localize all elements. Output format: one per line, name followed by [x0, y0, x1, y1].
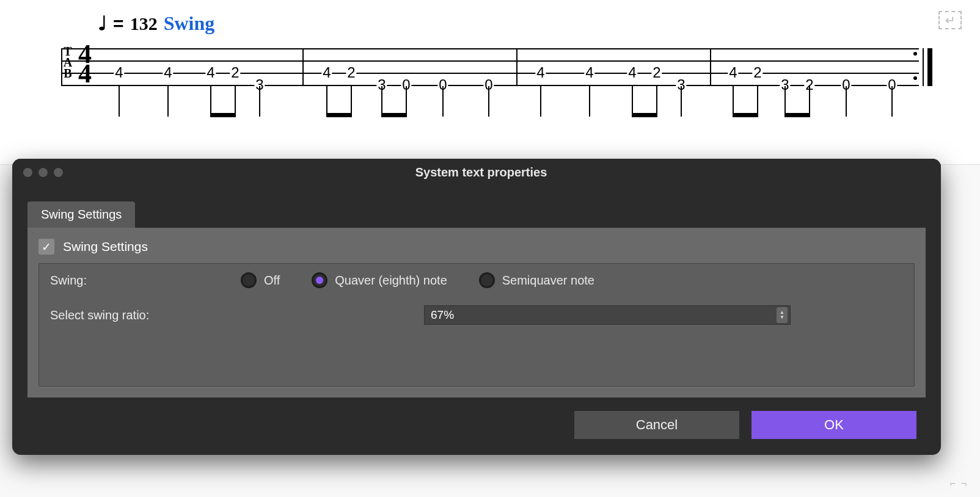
- radio-semiquaver[interactable]: [479, 272, 495, 288]
- tempo-equals: =: [113, 13, 124, 34]
- barline: [710, 48, 711, 86]
- swing-ratio-value: 67%: [431, 308, 454, 322]
- fret-number[interactable]: 4: [163, 64, 173, 81]
- fret-number[interactable]: 4: [728, 64, 738, 81]
- note-stem: [809, 86, 810, 117]
- barline: [302, 48, 304, 86]
- note-stem: [406, 86, 407, 117]
- time-signature: 4 4: [78, 44, 92, 83]
- minimize-icon[interactable]: [38, 168, 48, 177]
- fret-number[interactable]: 4: [535, 64, 546, 81]
- beam: [326, 113, 352, 117]
- note-stem: [733, 86, 734, 117]
- note-stem: [681, 86, 682, 117]
- tempo-marking: ♩ = 132 Swing: [98, 12, 919, 35]
- swing-ratio-label: Select swing ratio:: [50, 308, 417, 322]
- swing-label: Swing:: [50, 274, 233, 288]
- beam: [381, 113, 407, 117]
- fret-number[interactable]: 4: [205, 64, 216, 81]
- radio-off-label: Off: [264, 274, 280, 288]
- note-stem: [488, 86, 489, 117]
- radio-quaver[interactable]: [312, 272, 327, 288]
- swing-settings-group: Swing: Off Quaver (eighth) note Semiquav…: [38, 263, 915, 386]
- barline: [61, 48, 62, 86]
- note-stem: [757, 86, 758, 117]
- note-stem: [891, 86, 893, 117]
- tab-swing-settings[interactable]: Swing Settings: [27, 201, 135, 228]
- note-stem: [632, 86, 633, 117]
- dialog-titlebar[interactable]: System text properties: [12, 159, 941, 186]
- note-stem: [846, 86, 847, 117]
- tempo-style[interactable]: Swing: [164, 12, 215, 35]
- ok-button[interactable]: OK: [751, 411, 916, 439]
- end-barline-thick: [927, 48, 932, 86]
- beam: [784, 113, 810, 117]
- zoom-icon[interactable]: [54, 168, 63, 177]
- note-stem: [784, 86, 786, 117]
- cancel-button[interactable]: Cancel: [574, 411, 739, 439]
- swing-ratio-combo[interactable]: 67% ▲▼: [424, 305, 791, 325]
- note-stem: [259, 86, 260, 117]
- fret-number[interactable]: 4: [114, 64, 124, 81]
- note-stem: [589, 86, 590, 117]
- dialog-tabs: Swing Settings: [12, 186, 941, 228]
- swing-settings-checkbox[interactable]: ✓: [38, 239, 54, 255]
- fret-number[interactable]: 4: [584, 64, 594, 81]
- beam: [632, 113, 657, 117]
- dialog-button-row: Cancel OK: [12, 397, 941, 455]
- note-stem: [656, 86, 657, 117]
- barline: [516, 48, 517, 86]
- note-stem: [210, 86, 211, 117]
- fret-number[interactable]: 2: [230, 64, 240, 81]
- system-text-properties-dialog: System text properties Swing Settings ✓ …: [12, 159, 941, 455]
- radio-off[interactable]: [241, 272, 257, 288]
- fret-number[interactable]: 2: [651, 64, 662, 81]
- radio-semiquaver-label: Semiquaver note: [502, 274, 594, 288]
- note-stem: [442, 86, 444, 117]
- swing-settings-section-label: Swing Settings: [63, 239, 148, 254]
- fret-number[interactable]: 2: [752, 64, 762, 81]
- corner-marks-icon: ⌐ ¬: [947, 476, 968, 491]
- fret-number[interactable]: 4: [627, 64, 637, 81]
- note-stem: [326, 86, 327, 117]
- note-stem: [381, 86, 382, 117]
- note-stem: [119, 86, 120, 117]
- beam: [733, 113, 758, 117]
- tempo-bpm: 132: [130, 13, 158, 34]
- note-stem: [351, 86, 352, 117]
- beam: [210, 113, 236, 117]
- end-barline-thin: [923, 48, 924, 86]
- note-stem: [235, 86, 236, 117]
- note-stem: [167, 86, 169, 117]
- note-stem: [540, 86, 541, 117]
- radio-quaver-label: Quaver (eighth) note: [335, 274, 447, 288]
- tab-staff[interactable]: T A B 4 4 4442342300044423423200: [61, 48, 919, 134]
- line-break-icon[interactable]: ↵: [938, 11, 962, 29]
- close-icon[interactable]: [23, 168, 32, 177]
- fret-number[interactable]: 4: [321, 64, 332, 81]
- quarter-note-icon: ♩: [98, 16, 107, 30]
- stepper-icon[interactable]: ▲▼: [777, 307, 788, 323]
- score-area: ♩ = 132 Swing T A B 4 4 4442342300044423…: [0, 0, 980, 165]
- swing-settings-panel: ✓ Swing Settings Swing: Off Quaver (eigh…: [27, 228, 926, 397]
- fret-number[interactable]: 2: [346, 64, 356, 81]
- window-controls[interactable]: [23, 168, 63, 177]
- dialog-title: System text properties: [75, 165, 887, 180]
